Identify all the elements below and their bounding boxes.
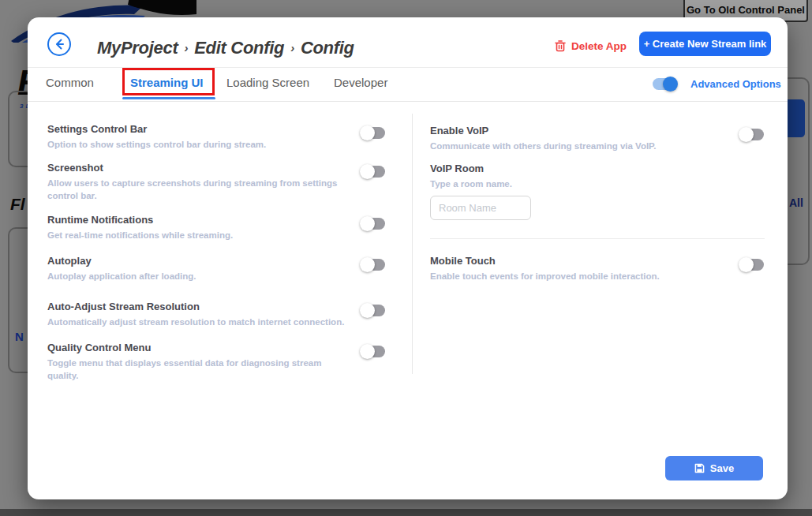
setting-title: Autoplay — [47, 255, 385, 267]
save-button[interactable]: Save — [665, 456, 763, 480]
voip-room-title: VoIP Room — [430, 163, 734, 174]
setting-title: Settings Control Bar — [47, 123, 385, 135]
voip-room-group: VoIP Room Type a room name. — [430, 163, 734, 220]
setting-title: Enable VoIP — [430, 125, 764, 136]
breadcrumb-separator: › — [290, 41, 294, 54]
breadcrumb: MyProject›Edit Config›Config — [97, 38, 354, 58]
setting-description: Allow users to capture screenshots durin… — [47, 177, 351, 202]
setting-row-mobile-touch: Mobile Touch Enable touch events for imp… — [430, 255, 764, 282]
setting-row-enable-voip: Enable VoIP Communicate with others duri… — [430, 125, 764, 152]
voip-room-hint: Type a room name. — [430, 178, 734, 190]
setting-row-screenshot: Screenshot Allow users to capture screen… — [47, 162, 385, 202]
quality-control-menu-toggle[interactable] — [361, 346, 385, 357]
setting-row-quality-control-menu: Quality Control Menu Toggle menu that di… — [47, 342, 385, 382]
edit-config-modal: MyProject›Edit Config›Config Delete App … — [28, 17, 788, 499]
setting-description: Get real-time notifications while stream… — [47, 229, 351, 241]
mobile-touch-toggle[interactable] — [740, 259, 764, 271]
tab-developer[interactable]: Developer — [334, 76, 387, 89]
setting-description: Autoplay application after loading. — [47, 270, 351, 282]
toggle-knob — [663, 77, 678, 92]
trash-icon — [555, 39, 566, 52]
screen: E 3D Go To Old Control Panel Fl N All My… — [0, 0, 812, 516]
header-divider — [28, 67, 788, 68]
arrow-left-icon — [53, 38, 65, 50]
tab-common[interactable]: Common — [46, 76, 94, 89]
setting-title: Mobile Touch — [430, 255, 764, 267]
screenshot-toggle[interactable] — [361, 166, 385, 178]
toggle-knob — [360, 344, 375, 359]
toggle-knob — [360, 125, 375, 140]
autoplay-toggle[interactable] — [361, 259, 385, 271]
setting-title: Runtime Notifications — [47, 214, 385, 226]
tabs-divider — [28, 101, 788, 102]
advanced-options-toggle[interactable] — [653, 78, 676, 90]
delete-app-label: Delete App — [571, 40, 627, 52]
breadcrumb-config: Config — [301, 38, 354, 58]
back-button[interactable] — [47, 32, 71, 56]
voip-room-input[interactable] — [430, 196, 531, 220]
setting-row-runtime-notifications: Runtime Notifications Get real-time noti… — [47, 214, 385, 241]
toggle-knob — [739, 127, 754, 142]
toggle-knob — [360, 303, 375, 318]
settings-control-bar-toggle[interactable] — [361, 127, 385, 139]
setting-title: Screenshot — [47, 162, 385, 174]
breadcrumb-project: MyProject — [97, 38, 178, 58]
tab-loading-screen[interactable]: Loading Screen — [226, 76, 309, 89]
create-new-stream-link-button[interactable]: + Create New Stream link — [639, 32, 771, 56]
active-tab-underline — [122, 97, 215, 99]
breadcrumb-separator: › — [184, 41, 188, 54]
setting-title: Auto-Adjust Stream Resolution — [47, 301, 385, 312]
setting-row-auto-adjust-resolution: Auto-Adjust Stream Resolution Automatica… — [47, 301, 385, 328]
setting-title: Quality Control Menu — [47, 342, 385, 353]
setting-description: Communicate with others during streaming… — [430, 140, 734, 152]
delete-app-button[interactable]: Delete App — [555, 39, 627, 52]
save-label: Save — [710, 462, 734, 474]
setting-description: Enable touch events for improved mobile … — [430, 270, 734, 282]
setting-description: Toggle menu that displays essential data… — [47, 357, 351, 382]
column-divider — [412, 114, 413, 374]
toggle-knob — [360, 257, 375, 272]
tab-streaming-ui[interactable]: Streaming UI — [130, 76, 204, 89]
auto-adjust-resolution-toggle[interactable] — [361, 305, 385, 316]
setting-row-autoplay: Autoplay Autoplay application after load… — [47, 255, 385, 282]
setting-description: Automatically adjust stream resolution t… — [47, 316, 351, 328]
setting-description: Option to show settings control bar duri… — [47, 138, 351, 151]
enable-voip-toggle[interactable] — [740, 129, 764, 140]
advanced-options-label: Advanced Options — [690, 78, 781, 90]
save-floppy-icon — [694, 463, 705, 473]
setting-row-settings-control-bar: Settings Control Bar Option to show sett… — [47, 123, 385, 151]
breadcrumb-edit-config: Edit Config — [194, 38, 284, 58]
runtime-notifications-toggle[interactable] — [361, 218, 385, 230]
toggle-knob — [360, 164, 375, 179]
toggle-knob — [360, 216, 375, 231]
right-column-divider — [430, 238, 765, 239]
toggle-knob — [739, 257, 754, 272]
